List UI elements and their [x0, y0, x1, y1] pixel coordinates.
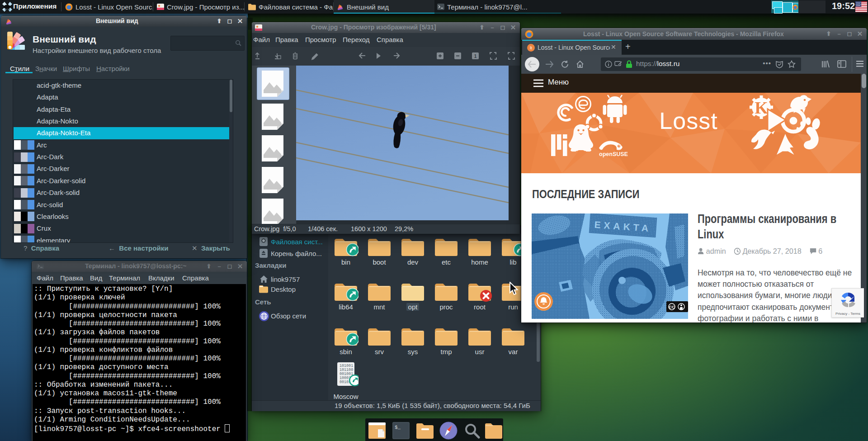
svg-text:lt: lt	[530, 46, 532, 50]
svg-text:$_: $_	[395, 425, 401, 430]
svg-text:K: K	[755, 98, 768, 117]
svg-text:CC: CC	[669, 305, 675, 309]
svg-text:Losst: Losst	[659, 108, 717, 134]
svg-text:openSUSE: openSUSE	[599, 151, 628, 157]
svg-text:1: 1	[474, 54, 477, 59]
